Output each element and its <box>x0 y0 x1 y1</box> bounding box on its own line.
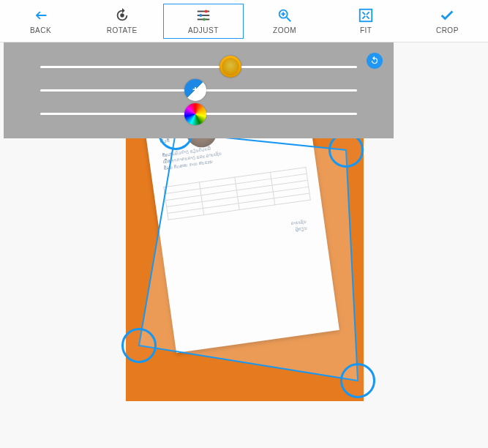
svg-point-2 <box>205 10 208 12</box>
rotate-button[interactable]: ROTATE <box>82 4 162 39</box>
adjust-button[interactable]: ADJUST <box>163 4 244 39</box>
crop-handle-br[interactable] <box>340 363 375 398</box>
fit-icon <box>358 7 374 23</box>
sun-icon[interactable] <box>219 56 241 78</box>
svg-point-6 <box>203 18 206 20</box>
exposure-icon[interactable]: ± <box>184 79 206 101</box>
tool-label: ADJUST <box>188 26 219 34</box>
tool-label: FIT <box>360 26 372 34</box>
reset-icon <box>369 56 380 66</box>
arrow-left-icon <box>33 7 49 23</box>
tool-label: BACK <box>30 26 51 34</box>
rotate-icon <box>114 7 130 23</box>
svg-rect-11 <box>360 10 372 22</box>
adjust-panel: ± <box>4 42 394 138</box>
tool-label: CROP <box>436 26 459 34</box>
brightness-slider[interactable] <box>40 60 357 73</box>
back-button[interactable]: BACK <box>1 4 81 39</box>
canvas-area: ໑/໑໕/໒໕ ຫົວຂໍ້ ຂໍ້ຄວາມຕົວຢ່າງ ຂຽນດ້ວຍມື … <box>0 42 488 448</box>
svg-line-8 <box>287 18 291 22</box>
zoom-button[interactable]: ZOOM <box>244 4 325 39</box>
tool-label: ROTATE <box>107 26 138 34</box>
svg-point-0 <box>120 13 124 18</box>
toolbar: BACK ROTATE ADJUST ZOOM FIT CRO <box>0 0 488 42</box>
zoom-in-icon <box>277 7 293 23</box>
check-icon <box>439 7 455 23</box>
color-wheel-icon[interactable] <box>184 103 206 125</box>
crop-button[interactable]: CROP <box>407 4 487 39</box>
sliders-icon <box>195 7 211 23</box>
exposure-slider[interactable]: ± <box>40 83 357 97</box>
reset-adjust-button[interactable] <box>367 53 383 69</box>
tool-label: ZOOM <box>273 26 296 34</box>
slider-track <box>40 66 357 68</box>
svg-point-4 <box>199 14 202 17</box>
saturation-slider[interactable] <box>40 108 357 121</box>
fit-button[interactable]: FIT <box>326 4 406 39</box>
crop-handle-bl[interactable] <box>121 328 157 363</box>
